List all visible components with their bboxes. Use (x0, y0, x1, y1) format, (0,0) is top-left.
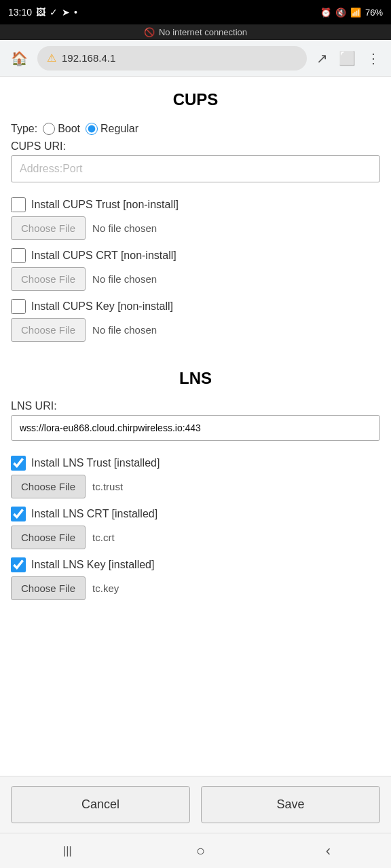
cups-key-checkbox[interactable] (11, 299, 26, 314)
bottom-buttons: Cancel Save (0, 776, 391, 833)
home-button[interactable]: 🏠 (7, 46, 32, 71)
lns-crt-label: Install LNS CRT [installed] (31, 508, 157, 520)
cups-trust-file-button[interactable]: Choose File (11, 216, 86, 240)
volume-icon: 🔇 (335, 7, 346, 18)
no-internet-banner: 🚫 No internet connection (0, 24, 391, 40)
battery: 76% (365, 7, 383, 18)
boot-label: Boot (58, 123, 80, 135)
photo-icon: 🖼 (36, 7, 45, 18)
nav-bar: ⫼ ○ ‹ (0, 833, 391, 868)
save-button[interactable]: Save (201, 786, 380, 823)
toolbar-icons: ↗ ⬜ ⋮ (312, 46, 384, 71)
cups-crt-label: Install CUPS CRT [non-install] (31, 250, 176, 262)
lns-key-checkbox[interactable] (11, 557, 26, 572)
cups-key-row: Install CUPS Key [non-install] (11, 299, 380, 314)
type-row: Type: Boot Regular (11, 123, 380, 135)
lns-trust-file-button[interactable]: Choose File (11, 475, 86, 498)
wifi-icon: 📶 (350, 7, 361, 18)
alarm-icon: ⏰ (320, 7, 331, 18)
cups-key-file-button[interactable]: Choose File (11, 318, 86, 342)
regular-radio-label[interactable]: Regular (86, 123, 138, 135)
lns-uri-label: LNS URI: (11, 400, 380, 412)
check-icon: ✓ (50, 7, 58, 18)
lns-key-file-button[interactable]: Choose File (11, 576, 86, 600)
share-icon[interactable]: ↗ (312, 46, 332, 71)
lns-key-file-name: tc.key (92, 583, 119, 594)
boot-radio[interactable] (43, 123, 55, 135)
cups-key-label: Install CUPS Key [non-install] (31, 300, 173, 313)
lns-trust-file-name: tc.trust (92, 481, 123, 492)
type-label: Type: (11, 123, 37, 135)
cups-crt-file-name: No file chosen (92, 273, 157, 285)
lns-key-file-row: Choose File tc.key (11, 576, 380, 600)
lns-crt-file-name: tc.crt (92, 532, 115, 543)
lns-uri-input[interactable] (11, 415, 380, 441)
cancel-button[interactable]: Cancel (11, 786, 190, 823)
lns-key-row: Install LNS Key [installed] (11, 557, 380, 572)
lns-crt-checkbox[interactable] (11, 507, 26, 521)
cups-uri-input[interactable] (11, 155, 380, 182)
time: 13:10 (8, 7, 32, 18)
browser-toolbar: 🏠 ⚠ 192.168.4.1 ↗ ⬜ ⋮ (0, 40, 391, 77)
navigation-icon: ➤ (62, 7, 70, 18)
lns-key-label: Install LNS Key [installed] (31, 559, 154, 571)
nav-menu-icon[interactable]: ⫼ (60, 842, 75, 860)
lns-title: LNS (11, 355, 380, 395)
menu-icon[interactable]: ⋮ (362, 46, 384, 71)
cups-uri-label: CUPS URI: (11, 140, 380, 153)
cups-key-file-row: Choose File No file chosen (11, 318, 380, 342)
lns-crt-file-button[interactable]: Choose File (11, 526, 86, 549)
cups-title: CUPS (11, 77, 380, 116)
nav-home-icon[interactable]: ○ (196, 842, 205, 860)
address-bar[interactable]: ⚠ 192.168.4.1 (37, 46, 307, 71)
cups-trust-checkbox[interactable] (11, 197, 26, 212)
cups-trust-file-name: No file chosen (92, 222, 157, 234)
cups-trust-file-row: Choose File No file chosen (11, 216, 380, 240)
warning-icon: ⚠ (47, 52, 56, 64)
lns-crt-file-row: Choose File tc.crt (11, 526, 380, 549)
no-wifi-icon: 🚫 (144, 27, 155, 37)
status-bar-right: ⏰ 🔇 📶 76% (320, 7, 383, 18)
lns-trust-label: Install LNS Trust [installed] (31, 457, 160, 469)
status-bar: 13:10 🖼 ✓ ➤ • ⏰ 🔇 📶 76% (0, 0, 391, 24)
lns-trust-row: Install LNS Trust [installed] (11, 456, 380, 471)
lns-trust-checkbox[interactable] (11, 456, 26, 471)
tab-icon[interactable]: ⬜ (335, 46, 360, 71)
no-internet-text: No internet connection (159, 27, 247, 37)
dot-icon: • (74, 7, 77, 18)
url-text: 192.168.4.1 (62, 52, 115, 64)
nav-back-icon[interactable]: ‹ (326, 842, 331, 860)
cups-crt-row: Install CUPS CRT [non-install] (11, 248, 380, 263)
cups-crt-checkbox[interactable] (11, 248, 26, 263)
cups-crt-file-row: Choose File No file chosen (11, 267, 380, 291)
lns-crt-row: Install LNS CRT [installed] (11, 507, 380, 521)
cups-trust-label: Install CUPS Trust [non-install] (31, 199, 179, 211)
status-bar-left: 13:10 🖼 ✓ ➤ • (8, 7, 77, 18)
cups-trust-row: Install CUPS Trust [non-install] (11, 197, 380, 212)
boot-radio-label[interactable]: Boot (43, 123, 80, 135)
cups-key-file-name: No file chosen (92, 324, 157, 336)
regular-label: Regular (100, 123, 138, 135)
lns-trust-file-row: Choose File tc.trust (11, 475, 380, 498)
cups-crt-file-button[interactable]: Choose File (11, 267, 86, 291)
page-content: CUPS Type: Boot Regular CUPS URI: Instal… (0, 77, 391, 776)
regular-radio[interactable] (86, 123, 98, 135)
